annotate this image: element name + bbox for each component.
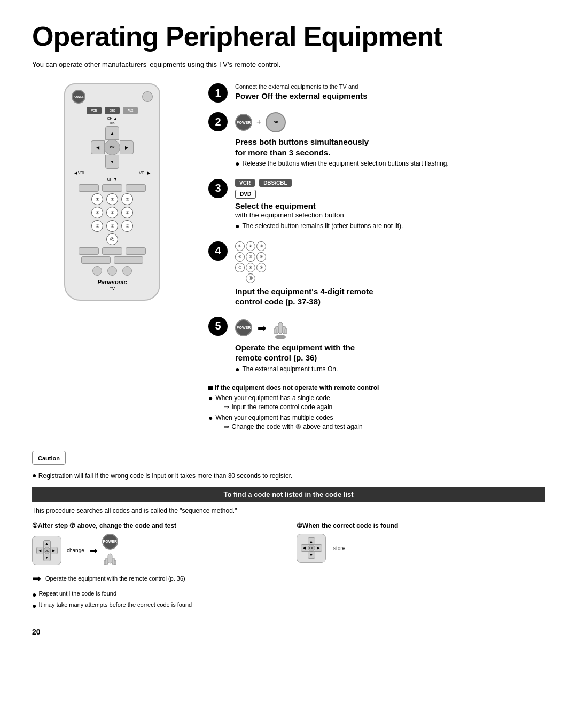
seq-bullet-1: ● Repeat until the code is found <box>32 589 280 600</box>
num-2: ② <box>106 193 118 205</box>
if-section: If the equipment does not operate with r… <box>208 384 545 431</box>
hand-icon-step5 <box>272 317 289 339</box>
dbs-cbl-button: DBS <box>105 107 120 114</box>
step-2-title2: for more than 3 seconds. <box>235 147 545 158</box>
svg-rect-5 <box>285 328 287 334</box>
svg-rect-1 <box>278 322 283 334</box>
step-5-bullet-1: ● The external equipment turns On. <box>235 365 545 375</box>
step-4-title2: control code (p. 37-38) <box>235 296 545 307</box>
step2-power-btn: POWER <box>235 114 252 131</box>
mini-hand-icon <box>104 552 116 568</box>
seq-col-1: ①After step ⑦ above, change the code and… <box>32 522 280 612</box>
step-4-content: ① ② ③ ④ ⑤ ⑥ ⑦ ⑧ ⑨ ⓪ Input the equipment'… <box>235 241 545 307</box>
mini-center: OK <box>43 547 51 554</box>
seq-bullet-2: ● It may take many attempts before the c… <box>32 600 280 612</box>
step-5-title2: remote control (p. 36) <box>235 353 545 363</box>
page-number: 20 <box>32 628 545 636</box>
if-title: If the equipment does not operate with r… <box>208 384 545 392</box>
ch-label-top: CH ▲ <box>72 116 153 120</box>
if-item-2: ● When your equipment has multiple codes… <box>208 413 545 432</box>
seq-operate-row: ➡ Operate the equipment with the remote … <box>32 572 280 585</box>
change-label: change <box>67 547 84 553</box>
vcr-select-btn: VCR <box>235 179 255 187</box>
operate-label: Operate the equipment with the remote co… <box>45 575 185 582</box>
seq-col1-title: ①After step ⑦ above, change the code and… <box>32 522 280 529</box>
circle-btn-2 <box>107 266 117 276</box>
dvd-select-btn: DVD <box>235 190 256 199</box>
mini-ok-center: OK <box>308 544 315 552</box>
seq-col2-diagram: ▲ ▼ ◀ ▶ OK store <box>297 534 545 563</box>
caution-text: ● Registration will fail if the wrong co… <box>32 471 545 480</box>
remote-illustration: POWER VCR DBS AUX CH ▲ OK ▲ ▼ ◀ ▶ <box>32 83 192 431</box>
circle-btn-1 <box>92 266 102 276</box>
page-title: Operating Peripheral Equipment <box>32 21 545 52</box>
step-3-title: Select the equipment <box>235 201 545 212</box>
step-num-3: 3 <box>208 179 228 198</box>
step-2: 2 POWER + OK Press both buttons simultan… <box>208 112 545 169</box>
numpad-illustration: ① ② ③ ④ ⑤ ⑥ ⑦ ⑧ ⑨ ⓪ <box>235 241 266 283</box>
step-num-5: 5 <box>208 317 228 336</box>
num-1: ① <box>91 193 103 205</box>
svg-rect-4 <box>274 328 276 334</box>
mini-remote-ok: ▲ ▼ ◀ ▶ OK <box>297 534 326 563</box>
bottom-btn-3 <box>126 247 146 255</box>
num-7: ⑦ <box>91 220 103 232</box>
bottom-btn-2 <box>102 247 122 255</box>
num-5: ⑤ <box>106 207 118 218</box>
d-pad-center: OK <box>104 139 120 155</box>
caution-section: Caution ● Registration will fail if the … <box>32 440 545 480</box>
step-3-content: VCR DBS/CBL DVD Select the equipment wit… <box>235 179 545 232</box>
btn-rect-3 <box>126 184 146 192</box>
btn-rect-2 <box>102 184 122 192</box>
bottom-circles <box>72 266 153 276</box>
step-num-2: 2 <box>208 112 228 131</box>
step-1-title: Power Off the external equipments <box>235 91 545 101</box>
seq-col-2: ②When the correct code is found ▲ ▼ ◀ ▶ … <box>297 522 545 612</box>
code-list-intro: This procedure searches all codes and is… <box>32 507 545 514</box>
if-square-icon <box>208 386 213 390</box>
seq-col2-title: ②When the correct code is found <box>297 522 545 529</box>
svg-rect-10 <box>114 560 116 565</box>
step-5-content: POWER ➡ Operate the equipment with the <box>235 317 545 375</box>
oval-button <box>142 91 153 102</box>
aux-button: AUX <box>123 107 138 114</box>
store-label: store <box>333 545 345 551</box>
equipment-buttons: VCR DBS/CBL <box>235 179 545 187</box>
d-pad: ▲ ▼ ◀ ▶ OK <box>91 126 134 169</box>
step-5-title: Operate the equipment with the <box>235 342 545 353</box>
step-2-title: Press both buttons simultaneously <box>235 137 545 147</box>
remote-control: POWER VCR DBS AUX CH ▲ OK ▲ ▼ ◀ ▶ <box>64 83 160 301</box>
tv-label: TV <box>72 286 153 291</box>
num-8: ⑧ <box>106 220 118 232</box>
step-1-content: Connect the external equipments to the T… <box>235 83 545 101</box>
arrow-right-step5: ➡ <box>258 322 267 334</box>
mini-power-btn: POWER <box>102 534 118 550</box>
step-num-1: 1 <box>208 83 228 103</box>
step-1-prelabel: Connect the external equipments to the T… <box>235 83 545 90</box>
num-4: ④ <box>91 207 103 218</box>
num-6: ⑥ <box>121 207 133 218</box>
step2-ok-btn: OK <box>266 112 286 132</box>
if-sub-2: ⇒ Change the code with ⑤ above and test … <box>224 422 362 432</box>
step-3-bullet-1: ● The selected button remains lit (other… <box>235 222 545 232</box>
panasonic-logo: Panasonic <box>72 279 153 285</box>
step-2-bullet-1: ● Release the buttons when the equipment… <box>235 159 545 169</box>
arrow-right-seq: ➡ <box>90 545 98 557</box>
mini-remote-dpad: ▲ ▼ ◀ ▶ OK <box>32 536 61 565</box>
num-3: ③ <box>121 193 133 205</box>
step-4: 4 ① ② ③ ④ ⑤ ⑥ ⑦ ⑧ ⑨ ⓪ <box>208 241 545 307</box>
if-sub-1: ⇒ Input the remote control code again <box>224 403 332 412</box>
steps-section: 1 Connect the external equipments to the… <box>208 83 545 431</box>
step5-power-btn: POWER <box>235 319 252 336</box>
main-content: POWER VCR DBS AUX CH ▲ OK ▲ ▼ ◀ ▶ <box>32 83 545 431</box>
seq-col1-diagram: ▲ ▼ ◀ ▶ OK change ➡ POWER <box>32 534 280 568</box>
step-2-diagram: POWER + OK <box>235 112 545 132</box>
svg-rect-6 <box>108 554 112 563</box>
wide-btn-1 <box>81 256 111 264</box>
num-0: ⓪ <box>106 233 118 245</box>
step-5: 5 POWER ➡ <box>208 317 545 375</box>
circle-btn-3 <box>122 266 132 276</box>
svg-point-0 <box>275 335 286 339</box>
step-4-title: Input the equipment's 4-digit remote <box>235 286 545 297</box>
power-button-top: POWER <box>72 90 85 104</box>
